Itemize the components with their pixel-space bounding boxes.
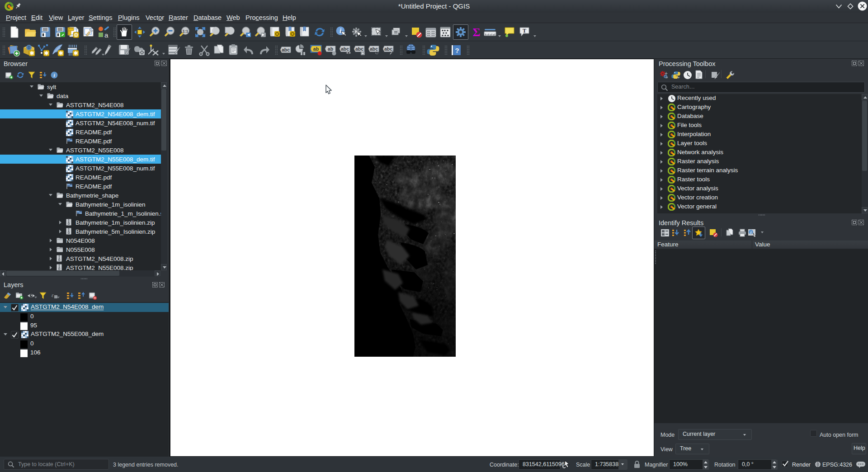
svg-text:1:1: 1:1 <box>183 29 189 33</box>
svg-text:T: T <box>523 28 526 34</box>
svg-text:ab: ab <box>328 46 333 52</box>
svg-text:abc: abc <box>370 46 378 52</box>
svg-text:abc: abc <box>282 47 290 52</box>
svg-text:ab: ab <box>313 46 319 52</box>
svg-text:ε: ε <box>52 292 54 298</box>
svg-text:?: ? <box>455 47 459 54</box>
svg-text:Σ: Σ <box>473 26 481 38</box>
svg-text:abc: abc <box>341 46 349 52</box>
svg-text:abc: abc <box>384 46 392 52</box>
svg-text:a: a <box>104 31 108 38</box>
svg-text:abc: abc <box>355 46 363 52</box>
